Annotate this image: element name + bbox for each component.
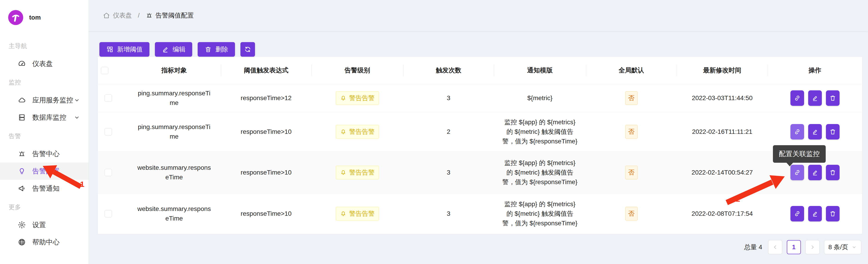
nav-group-alert: 告警 (0, 126, 89, 145)
sidebar-item-app-service-monitor[interactable]: 应用服务监控 (0, 91, 89, 109)
header-metric: 指标对象 (127, 57, 221, 84)
delete-row-button[interactable] (826, 124, 840, 140)
link-monitor-button[interactable] (790, 124, 804, 140)
cell-times: 3 (403, 194, 494, 234)
page-size-label: 8 条/页 (829, 243, 848, 252)
sidebar-item-help-center[interactable]: 帮助中心 (0, 234, 89, 251)
threshold-table-card: 指标对象 阈值触发表达式 告警级别 触发次数 通知模版 全局默认 最新修改时间 … (98, 57, 862, 234)
global-default-badge: 否 (625, 91, 638, 105)
row-checkbox[interactable] (105, 128, 112, 136)
header-expression: 阈值触发表达式 (221, 57, 311, 84)
cell-modified: 2022-02-16T11:11:21 (677, 112, 768, 151)
bell-icon (340, 210, 346, 217)
sidebar-nav: 主导航 仪表盘 监控 应用服务监控 数据库 (0, 36, 89, 251)
sidebar-item-label: 数据库监控 (32, 113, 66, 122)
pagination: 总量 4 1 8 条/页 (744, 240, 861, 254)
warn-level-label: 警告告警 (349, 168, 375, 177)
edit-row-button[interactable] (808, 124, 822, 140)
edit-row-button[interactable] (808, 165, 822, 180)
cell-modified: 2022-02-08T07:17:54 (677, 194, 768, 234)
sidebar-item-alert-config[interactable]: 告警配置 (0, 163, 89, 180)
threshold-table: 指标对象 阈值触发表达式 告警级别 触发次数 通知模版 全局默认 最新修改时间 … (98, 57, 862, 234)
edit-icon (811, 128, 819, 136)
nav-group-main: 主导航 (0, 36, 89, 55)
delete-row-button[interactable] (826, 165, 840, 180)
delete-button[interactable]: 删除 (198, 42, 235, 57)
next-page-button[interactable] (805, 240, 819, 254)
add-threshold-label: 新增阈值 (117, 45, 143, 54)
breadcrumb-label: 告警阈值配置 (156, 11, 194, 20)
edit-row-button[interactable] (808, 206, 822, 222)
table-header-row: 指标对象 阈值触发表达式 告警级别 触发次数 通知模版 全局默认 最新修改时间 … (98, 57, 862, 84)
cell-metric: ping.summary.responseTime (137, 122, 212, 141)
toolbar: 新增阈值 编辑 删除 (99, 42, 255, 57)
global-default-badge: 否 (625, 207, 638, 221)
link-monitor-button[interactable] (790, 206, 804, 222)
nav-group-monitor: 监控 (0, 72, 89, 91)
breadcrumb-separator: / (136, 12, 142, 19)
bulb-icon (18, 167, 26, 175)
tooltip-text: 配置关联监控 (779, 150, 820, 157)
row-checkbox[interactable] (105, 210, 112, 217)
cell-modified: 2022-03-03T11:44:50 (677, 84, 768, 112)
warn-level-badge: 警告告警 (336, 125, 379, 139)
sidebar-item-label: 告警通知 (32, 184, 60, 193)
sidebar-item-alert-center[interactable]: 告警中心 (0, 145, 89, 163)
edit-icon (811, 210, 819, 217)
cell-template: 监控 ${app} 的 ${metrics} 的 ${metric} 触发阈值告… (501, 199, 579, 228)
username: tom (29, 14, 41, 21)
sidebar-item-database-monitor[interactable]: 数据库监控 (0, 109, 89, 126)
breadcrumb-alert-threshold-config: 告警阈值配置 (146, 11, 194, 20)
user-profile[interactable]: tom (0, 0, 89, 25)
sidebar-item-settings[interactable]: 设置 (0, 216, 89, 234)
prev-page-button[interactable] (768, 240, 782, 254)
sidebar-item-label: 告警中心 (32, 149, 60, 158)
sidebar-item-label: 帮助中心 (32, 238, 60, 247)
edit-row-button[interactable] (808, 90, 822, 106)
cell-times: 2 (403, 112, 494, 151)
bell-icon (340, 95, 346, 101)
trash-icon (205, 46, 212, 53)
cell-modified: 2022-02-14T00:54:27 (677, 151, 768, 194)
trash-icon (829, 94, 836, 102)
app-logo (8, 10, 23, 25)
cell-metric: ping.summary.responseTime (137, 89, 212, 108)
link-icon (794, 94, 801, 102)
cell-expression: responseTime>10 (221, 194, 311, 234)
header-template: 通知模版 (494, 57, 586, 84)
select-all-checkbox[interactable] (101, 67, 108, 74)
breadcrumb-dashboard[interactable]: 仪表盘 (103, 11, 132, 20)
cell-expression: responseTime>10 (221, 151, 311, 194)
page-size-select[interactable]: 8 条/页 (824, 240, 861, 254)
database-icon (18, 113, 26, 121)
cell-template: 监控 ${app} 的 ${metrics} 的 ${metric} 触发阈值告… (501, 158, 579, 187)
cell-expression: responseTime>12 (221, 84, 311, 112)
delete-row-button[interactable] (826, 90, 840, 106)
chevron-down-icon (851, 244, 857, 250)
header-actions: 操作 (768, 57, 862, 84)
tooltip-link-monitor: 配置关联监控 (773, 145, 826, 163)
cell-template: 监控 ${app} 的 ${metrics} 的 ${metric} 触发阈值告… (501, 117, 579, 146)
delete-row-button[interactable] (826, 206, 840, 222)
row-actions (771, 124, 859, 140)
sidebar-item-label: 仪表盘 (32, 59, 53, 68)
bell-icon (340, 169, 346, 176)
row-checkbox[interactable] (105, 169, 112, 176)
edit-button[interactable]: 编辑 (155, 42, 192, 57)
bell-icon (340, 128, 346, 135)
cell-times: 3 (403, 151, 494, 194)
breadcrumb: 仪表盘 / 告警阈值配置 (103, 11, 194, 20)
cell-metric: website.summary.responseTime (137, 204, 212, 223)
link-monitor-button[interactable] (790, 90, 804, 106)
sidebar-item-alert-notify[interactable]: 告警通知 (0, 180, 89, 197)
sidebar-item-dashboard[interactable]: 仪表盘 (0, 55, 89, 72)
link-monitor-button-hovered[interactable] (790, 165, 804, 180)
total-count-label: 总量 4 (744, 243, 762, 252)
add-threshold-button[interactable]: 新增阈值 (99, 42, 150, 57)
row-checkbox[interactable] (105, 94, 112, 102)
page-number-button[interactable]: 1 (787, 240, 801, 254)
trash-icon (829, 210, 836, 217)
edit-icon (162, 46, 169, 53)
refresh-button[interactable] (241, 42, 255, 57)
warn-level-badge: 警告告警 (336, 91, 379, 105)
